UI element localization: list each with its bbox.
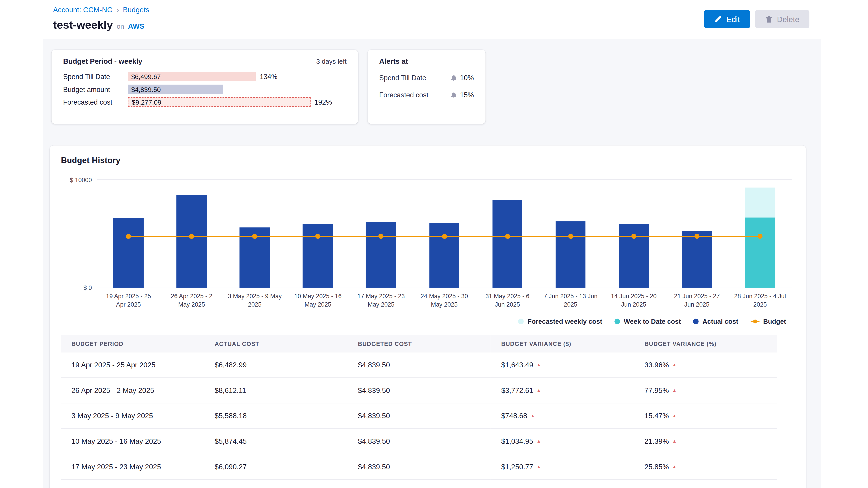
summary-cards-row: Budget Period - weekly 3 days left Spend… [52,50,821,124]
alert-row-value: 10% [460,74,474,82]
breadcrumb-account-link[interactable]: Account: CCM-NG [53,5,113,14]
legend-item-week-to-date-cost[interactable]: Week to Date cost [614,318,681,325]
budget-row-bar-track: $4,839.50 [128,85,346,94]
budget-history-card: Budget History $ 10000$ 0 19 Apr 2025 - … [50,145,806,488]
cell-budget-variance-usd: $1,250.77▲ [491,454,634,480]
chart-legend: Forecasted weekly costWeek to Date costA… [50,318,786,325]
budget-point [379,234,383,238]
bell-icon [450,74,457,82]
budget-row-value: $6,499.67 [131,73,161,80]
legend-marker-icon [518,319,524,324]
table-row: 26 Apr 2025 - 2 May 2025$8,612.11$4,839.… [61,378,777,403]
chart-slot[interactable] [349,180,412,288]
chart-bar-segment [366,222,396,288]
chart-slot[interactable] [476,180,539,288]
breadcrumb-budgets-link[interactable]: Budgets [123,5,149,14]
cell-budgeted-cost: $4,839.50 [347,403,491,428]
legend-label: Forecasted weekly cost [528,318,602,325]
y-axis-label-min: $ 0 [61,285,92,291]
budget-history-table: BUDGET PERIODACTUAL COSTBUDGETED COSTBUD… [61,335,777,480]
legend-item-budget[interactable]: Budget [750,318,786,325]
chart-slot[interactable] [97,180,160,288]
x-axis-label: 24 May 2025 - 30 May 2025 [413,292,476,308]
delete-button[interactable]: Delete [755,10,809,28]
delete-button-label: Delete [777,15,799,24]
x-axis-label: 26 Apr 2025 - 2 May 2025 [160,292,223,308]
cell-actual-cost: $5,588.18 [204,403,347,428]
cell-budget-variance-pct: 21.39%▲ [634,428,777,454]
budget-row-label: Forecasted cost [63,98,128,106]
budget-point [694,234,700,238]
up-triangle-icon: ▲ [672,388,677,393]
page-header: Account: CCM-NG › Budgets test-weekly on… [0,0,868,39]
legend-marker-icon [614,319,620,324]
chart-plot-area: $ 10000$ 0 [97,179,792,288]
budget-row: Forecasted cost$9,277.09192% [63,96,346,108]
table-header-actual-cost: ACTUAL COST [204,335,347,352]
up-triangle-icon: ▲ [672,438,677,444]
budget-row-bar-track: $9,277.09192% [128,97,346,107]
cell-actual-cost: $6,090.27 [204,454,347,480]
alerts-card-title: Alerts at [379,57,474,65]
chart-slot[interactable] [602,180,665,288]
budget-point [126,234,131,238]
x-axis-label: 17 May 2025 - 23 May 2025 [349,292,412,308]
x-axis-label: 28 Jun 2025 - 4 Jul 2025 [728,292,792,308]
chart-slot[interactable] [223,180,286,288]
budget-point [315,234,320,238]
table-row: 10 May 2025 - 16 May 2025$5,874.45$4,839… [61,428,777,454]
cell-budget-variance-pct: 77.95%▲ [634,378,777,403]
chart-slot[interactable] [160,180,223,288]
cell-budget-period: 26 Apr 2025 - 2 May 2025 [61,378,204,403]
chart-slot[interactable] [728,180,792,288]
cell-actual-cost: $6,482.99 [204,352,347,378]
chart-bar-segment [429,223,459,288]
budget-point [442,234,447,238]
table-header-budgeted-cost: BUDGETED COST [347,335,491,352]
chart-slot[interactable] [413,180,476,288]
up-triangle-icon: ▲ [537,438,541,444]
budget-row-percent: 134% [260,73,277,80]
budget-row-percent: 192% [314,98,332,106]
table-body: 19 Apr 2025 - 25 Apr 2025$6,482.99$4,839… [61,352,777,479]
app-root: Account: CCM-NG › Budgets test-weekly on… [0,0,868,488]
variance-value: 77.95% [645,386,669,394]
alert-rows: Spend Till Date10%Forecasted cost15% [379,74,474,99]
chart-slot[interactable] [539,180,602,288]
cell-budget-period: 19 Apr 2025 - 25 Apr 2025 [61,352,204,378]
up-triangle-icon: ▲ [672,362,677,367]
legend-item-actual-cost[interactable]: Actual cost [693,318,738,325]
edit-button-label: Edit [726,15,740,24]
chart-slot[interactable] [286,180,349,288]
edit-button[interactable]: Edit [704,10,750,28]
variance-value: $1,643.49 [501,361,533,369]
cell-budget-variance-usd: $748.68▲ [491,403,634,428]
legend-item-forecasted-weekly-cost[interactable]: Forecasted weekly cost [518,318,602,325]
platform-label: AWS [128,22,145,31]
chevron-right-icon: › [117,5,119,14]
chart-bar-segment [177,195,207,288]
pencil-icon [714,15,722,23]
cell-budget-variance-usd: $3,772.61▲ [491,378,634,403]
budget-point [568,234,573,238]
budget-period-rows: Spend Till Date$6,499.67134%Budget amoun… [63,70,346,108]
chart-slot[interactable] [665,180,728,288]
cell-budget-variance-pct: 33.96%▲ [634,352,777,378]
table-header-budget-period: BUDGET PERIOD [61,335,204,352]
variance-value: 25.85% [645,462,669,471]
on-label: on [117,23,124,30]
up-triangle-icon: ▲ [537,388,541,393]
legend-marker-icon [693,319,699,324]
up-triangle-icon: ▲ [530,413,535,418]
x-axis-label: 7 Jun 2025 - 13 Jun 2025 [539,292,602,308]
up-triangle-icon: ▲ [672,464,677,469]
variance-value: $1,034.95 [501,437,533,445]
budget-row-bar: $6,499.67 [128,72,256,81]
budget-point [505,234,510,238]
page-title: test-weekly [53,19,113,31]
cell-budget-variance-usd: $1,034.95▲ [491,428,634,454]
alert-row-label: Spend Till Date [379,74,450,82]
budget-line-marker-icon [750,321,759,322]
cell-budget-variance-pct: 25.85%▲ [634,454,777,480]
budget-row-bar: $4,839.50 [128,85,223,94]
